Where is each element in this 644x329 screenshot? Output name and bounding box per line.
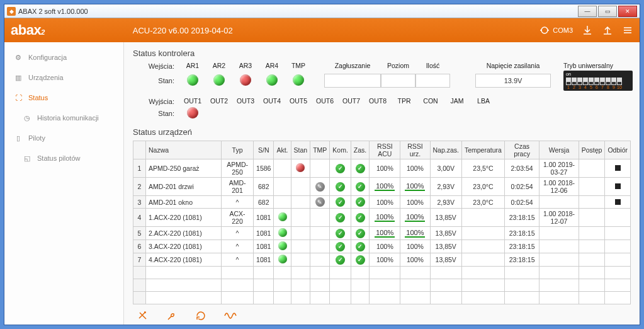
table-cell[interactable] [461,209,504,227]
table-cell[interactable]: AMD-201 okno [146,196,222,209]
devices-table[interactable]: NazwaTypS/NAkt.StanTMPKom.Zas.RSSI ACURS… [133,141,631,304]
table-cell[interactable]: 4 [133,209,146,227]
table-cell[interactable]: ^ [222,240,254,253]
table-cell[interactable]: 0:02:54 [504,196,539,209]
table-cell[interactable] [291,240,310,253]
table-cell[interactable]: 23:18:15 [504,227,539,240]
table-cell[interactable]: 100% [370,209,400,227]
table-cell[interactable]: 1586 [254,159,274,178]
table-cell[interactable]: 1.00 2018-12-07 [539,209,579,227]
table-cell[interactable]: 3.ACX-220 (1081) [146,240,222,253]
table-cell[interactable]: 100% [400,240,430,253]
table-cell[interactable]: ✓ [330,178,351,196]
col-header[interactable]: RSSI ACU [370,141,400,159]
table-cell[interactable]: 6 [133,240,146,253]
col-header[interactable]: Nap.zas. [430,141,461,159]
table-cell[interactable] [605,209,631,227]
table-cell[interactable] [579,159,605,178]
upload-button[interactable] [602,25,613,36]
table-cell[interactable] [461,240,504,253]
table-cell[interactable] [605,178,631,196]
col-header[interactable]: Temperatura [461,141,504,159]
table-cell[interactable] [291,196,310,209]
close-button[interactable]: ✕ [618,6,637,17]
table-cell[interactable]: 100% [370,240,400,253]
col-header[interactable]: Kom. [330,141,351,159]
table-cell[interactable] [291,159,310,178]
table-cell[interactable] [539,253,579,267]
table-cell[interactable] [291,209,310,227]
table-cell[interactable]: AMD-201 drzwi [146,178,222,196]
table-cell[interactable]: 1.00 2018-12-06 [539,178,579,196]
table-cell[interactable]: ✓ [351,253,369,267]
table-cell[interactable]: 682 [254,178,274,196]
table-cell[interactable]: 100% [370,253,400,267]
table-cell[interactable] [605,253,631,267]
table-cell[interactable]: ✓ [351,196,369,209]
table-row[interactable]: 41.ACX-220 (1081)ACX-2201081✓✓100%100%13… [133,209,631,227]
sidebar-item-history[interactable]: ◷Historia komunikacji [4,108,123,128]
table-row[interactable]: 63.ACX-220 (1081)^1081✓✓100%100%13,85V23… [133,240,631,253]
download-button[interactable] [582,25,593,36]
table-cell[interactable]: 23,0°C [461,196,504,209]
col-header[interactable]: Akt. [274,141,291,159]
table-cell[interactable] [539,227,579,240]
table-cell[interactable] [274,240,291,253]
table-cell[interactable]: 23:18:15 [504,253,539,267]
table-cell[interactable]: 1.00 2019-03-27 [539,159,579,178]
table-cell[interactable] [579,227,605,240]
table-cell[interactable]: 13,85V [430,253,461,267]
table-cell[interactable]: 682 [254,196,274,209]
table-cell[interactable]: ✓ [351,227,369,240]
table-cell[interactable] [461,227,504,240]
table-cell[interactable] [274,209,291,227]
table-row[interactable]: 3AMD-201 okno^682✎✓✓100%100%2,93V23,0°C0… [133,196,631,209]
table-cell[interactable] [310,209,330,227]
table-cell[interactable] [310,159,330,178]
table-cell[interactable]: 1081 [254,253,274,267]
table-cell[interactable] [605,227,631,240]
table-cell[interactable]: 100% [400,227,430,240]
table-cell[interactable] [310,227,330,240]
col-header[interactable]: Zas. [351,141,369,159]
menu-button[interactable] [622,25,633,36]
table-cell[interactable] [605,196,631,209]
table-cell[interactable]: ACX-220 [222,209,254,227]
table-cell[interactable] [461,253,504,267]
table-cell[interactable]: ^ [222,196,254,209]
table-cell[interactable] [291,178,310,196]
col-header[interactable]: Stan [291,141,310,159]
table-cell[interactable]: 13,85V [430,227,461,240]
table-cell[interactable]: 2,93V [430,196,461,209]
table-cell[interactable]: 100% [400,196,430,209]
table-row[interactable]: 52.ACX-220 (1081)^1081✓✓100%100%13,85V23… [133,227,631,240]
table-cell[interactable] [605,240,631,253]
table-cell[interactable]: ✓ [351,159,369,178]
table-cell[interactable]: 2.ACX-220 (1081) [146,227,222,240]
col-header[interactable]: Odbiór [605,141,631,159]
table-cell[interactable]: 100% [400,253,430,267]
table-cell[interactable] [310,240,330,253]
table-cell[interactable] [291,253,310,267]
table-cell[interactable]: ✓ [330,159,351,178]
tool-wave-icon[interactable] [223,309,237,323]
tool-refresh-icon[interactable] [195,309,207,323]
table-cell[interactable]: ^ [222,227,254,240]
table-cell[interactable]: ✓ [330,227,351,240]
sidebar-item-status[interactable]: ⛶Status [4,88,123,108]
maximize-button[interactable]: ▭ [598,6,617,17]
table-cell[interactable]: 2:03:54 [504,159,539,178]
col-header[interactable]: S/N [254,141,274,159]
connection-button[interactable]: COM3 [539,25,573,36]
table-row[interactable]: 2AMD-201 drzwiAMD-201682✎✓✓100%100%2,93V… [133,178,631,196]
table-cell[interactable]: 2,93V [430,178,461,196]
table-cell[interactable]: 23,5°C [461,159,504,178]
table-cell[interactable]: 23:18:15 [504,209,539,227]
col-header[interactable]: Postęp [579,141,605,159]
table-cell[interactable]: 4.ACX-220 (1081) [146,253,222,267]
tool-clear-icon[interactable] [137,309,149,323]
table-cell[interactable] [274,227,291,240]
table-cell[interactable]: 3,00V [430,159,461,178]
table-cell[interactable] [539,240,579,253]
table-cell[interactable]: 7 [133,253,146,267]
